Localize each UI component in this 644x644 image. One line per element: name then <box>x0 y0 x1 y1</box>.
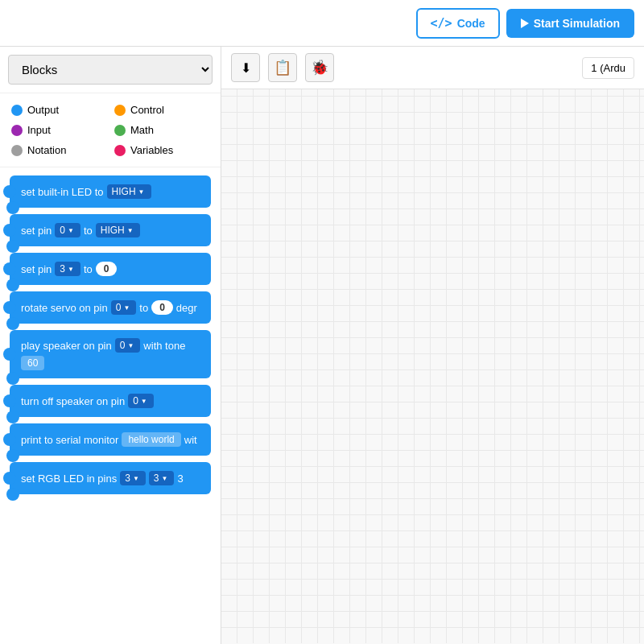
canvas-workspace[interactable] <box>221 89 644 643</box>
bug-icon: 🐞 <box>311 59 328 76</box>
simulate-label: Start Simulation <box>534 17 620 30</box>
variables-label: Variables <box>130 144 173 156</box>
block-dropdown[interactable]: 3 <box>120 471 146 485</box>
debug-button[interactable]: 🐞 <box>305 53 334 82</box>
arduino-label: 1 (Ardu <box>582 57 634 79</box>
blocks-list: set built-in LED toHIGHset pin0toHIGHset… <box>0 167 221 644</box>
notation-dot <box>11 145 23 156</box>
upload-button[interactable]: 📋 <box>268 53 297 82</box>
block-set-pin-value[interactable]: set pin3to0 <box>10 253 211 285</box>
input-label: Input <box>27 124 51 136</box>
block-dropdown[interactable]: 0 <box>115 338 141 353</box>
start-simulation-button[interactable]: Start Simulation <box>506 9 634 38</box>
block-text: 3 <box>177 473 183 485</box>
block-dropdown[interactable]: 0 <box>128 394 154 408</box>
block-text-value[interactable]: hello world <box>122 432 180 447</box>
upload-icon: 📋 <box>274 59 291 76</box>
block-set-rgb-led[interactable]: set RGB LED in pins333 <box>10 462 211 494</box>
input-dot <box>11 125 23 136</box>
block-text: print to serial monitor <box>21 434 118 446</box>
category-math[interactable]: Math <box>114 122 209 138</box>
block-play-speaker[interactable]: play speaker on pin0with tone60 <box>10 330 211 378</box>
block-text-value[interactable]: 60 <box>21 356 44 370</box>
block-text: to <box>139 302 148 314</box>
canvas-area: ⬇ 📋 🐞 1 (Ardu <box>221 47 644 644</box>
control-dot <box>114 105 126 116</box>
download-button[interactable]: ⬇ <box>231 53 260 82</box>
block-text: set RGB LED in pins <box>21 473 117 485</box>
main-area: Blocks Code OutputControlInputMathNotati… <box>0 47 644 644</box>
block-dropdown[interactable]: HIGH <box>107 184 151 199</box>
code-icon: </> <box>431 16 452 31</box>
math-dot <box>114 125 126 136</box>
block-set-pin-high[interactable]: set pin0toHIGH <box>10 214 211 246</box>
notation-label: Notation <box>27 144 66 156</box>
control-label: Control <box>130 104 164 116</box>
output-label: Output <box>27 104 59 116</box>
block-dropdown[interactable]: 3 <box>55 262 80 276</box>
block-print-serial[interactable]: print to serial monitorhello worldwit <box>10 423 211 456</box>
block-text: play speaker on pin <box>21 340 112 352</box>
block-text: with tone <box>143 340 185 352</box>
blocks-selector[interactable]: Blocks Code <box>8 55 213 85</box>
block-text: wit <box>184 434 197 446</box>
block-dropdown[interactable]: 3 <box>149 471 175 485</box>
block-rotate-servo[interactable]: rotate servo on pin0to0degr <box>10 291 211 324</box>
block-text: set built-in LED to <box>21 186 104 198</box>
block-text: degr <box>176 302 197 314</box>
block-text: set pin <box>21 263 52 275</box>
category-input[interactable]: Input <box>11 122 106 138</box>
arduino-label-text: 1 (Ardu <box>591 62 625 74</box>
output-dot <box>11 105 23 116</box>
block-dropdown[interactable]: 0 <box>111 300 137 315</box>
canvas-toolbar: ⬇ 📋 🐞 1 (Ardu <box>221 47 644 89</box>
left-panel: Blocks Code OutputControlInputMathNotati… <box>0 47 221 644</box>
block-dropdown[interactable]: 0 <box>55 223 80 237</box>
block-text: turn off speaker on pin <box>21 395 125 407</box>
variables-dot <box>114 145 126 156</box>
selector-bar: Blocks Code <box>0 47 221 93</box>
category-output[interactable]: Output <box>11 101 106 118</box>
play-icon <box>521 19 529 28</box>
top-toolbar: </> Code Start Simulation <box>0 0 644 47</box>
math-label: Math <box>130 124 154 136</box>
block-text: rotate servo on pin <box>21 302 108 314</box>
code-label: Code <box>457 17 485 30</box>
block-dropdown[interactable]: HIGH <box>96 223 140 237</box>
block-text: set pin <box>21 225 52 237</box>
download-icon: ⬇ <box>241 60 251 76</box>
block-value[interactable]: 0 <box>96 262 118 276</box>
block-turn-off-speaker[interactable]: turn off speaker on pin0 <box>10 385 211 417</box>
block-text: to <box>84 225 93 237</box>
category-variables[interactable]: Variables <box>114 142 209 159</box>
code-button[interactable]: </> Code <box>416 8 500 39</box>
category-notation[interactable]: Notation <box>11 142 106 159</box>
categories-grid: OutputControlInputMathNotationVariables <box>0 93 221 167</box>
block-text: to <box>84 263 93 275</box>
block-set-builtin-led[interactable]: set built-in LED toHIGH <box>10 175 211 208</box>
category-control[interactable]: Control <box>114 101 209 118</box>
block-value[interactable]: 0 <box>151 300 173 315</box>
